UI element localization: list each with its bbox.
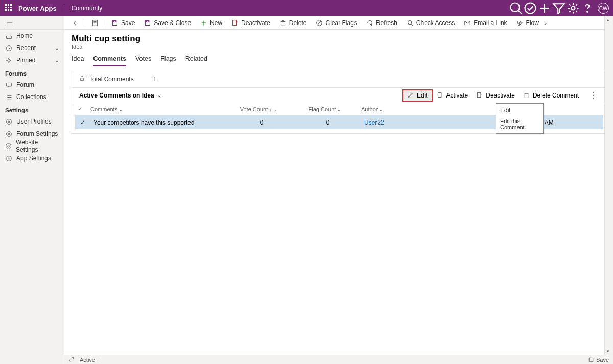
row-checkbox[interactable]: ✓: [75, 119, 90, 126]
nav-website-settings[interactable]: Website Settings: [0, 140, 64, 152]
new-button[interactable]: New: [196, 16, 226, 29]
flow-button[interactable]: Flow⌄: [512, 16, 552, 29]
svg-rect-30: [233, 20, 237, 25]
col-comments[interactable]: Comments⌄: [87, 106, 225, 112]
svg-point-15: [8, 120, 9, 122]
nav-collections[interactable]: Collections: [0, 91, 64, 103]
nav-pinned-label: Pinned: [16, 57, 35, 64]
svg-rect-44: [525, 94, 528, 98]
delete-comment-label: Delete Comment: [533, 92, 579, 99]
cell-comment: Your competitors have this supported: [90, 119, 228, 126]
user-avatar[interactable]: CW: [598, 3, 609, 14]
tab-comments[interactable]: Comments: [93, 55, 126, 66]
tab-flags[interactable]: Flags: [160, 55, 176, 66]
svg-point-0: [511, 3, 520, 12]
home-icon: [5, 33, 12, 39]
delete-comment-button[interactable]: Delete Comment: [519, 90, 583, 101]
more-commands[interactable]: ⋮: [587, 90, 599, 100]
tab-related[interactable]: Related: [185, 55, 207, 66]
email-link-button[interactable]: Email a Link: [460, 16, 511, 29]
footer-save-button[interactable]: Save: [588, 357, 609, 363]
page-header: Multi cup setting Idea: [64, 30, 613, 50]
task-icon[interactable]: [523, 1, 537, 15]
delete-button[interactable]: Delete: [275, 16, 311, 29]
flow-label: Flow: [526, 19, 539, 27]
activate-button[interactable]: Activate: [433, 90, 473, 101]
nav-toggle[interactable]: [0, 16, 64, 30]
svg-rect-11: [6, 83, 11, 86]
filter-icon[interactable]: [552, 1, 566, 15]
deactivate-button[interactable]: Deactivate: [227, 16, 274, 29]
col-vote-count[interactable]: Vote Count↓ ⌄: [225, 106, 292, 112]
tab-idea[interactable]: Idea: [72, 55, 84, 66]
svg-point-37: [408, 20, 411, 24]
nav-collections-label: Collections: [16, 93, 46, 101]
nav-section-forums: Forums: [0, 66, 64, 79]
add-icon[interactable]: [537, 1, 552, 15]
back-button[interactable]: [67, 16, 83, 29]
grid-deactivate-button[interactable]: Deactivate: [472, 90, 519, 101]
tab-votes[interactable]: Votes: [135, 55, 151, 66]
refresh-button[interactable]: Refresh: [362, 16, 402, 29]
save-button[interactable]: Save: [107, 16, 139, 29]
entity-label: Idea: [72, 44, 606, 50]
svg-rect-40: [81, 78, 84, 80]
tabs: Idea Comments Votes Flags Related: [64, 50, 613, 67]
tooltip-title: Edit: [500, 107, 539, 114]
vertical-scrollbar[interactable]: [604, 16, 613, 355]
environment-label[interactable]: Community: [72, 5, 103, 12]
subgrid-title[interactable]: Active Comments on Idea⌄: [79, 92, 161, 99]
col-author[interactable]: Author⌄: [358, 106, 496, 112]
cell-author-link[interactable]: User22: [364, 119, 384, 126]
deactivate-label: Deactivate: [241, 19, 270, 27]
save-close-label: Save & Close: [154, 19, 191, 27]
forum-icon: [5, 82, 12, 88]
svg-point-20: [6, 143, 11, 149]
brand-label: Power Apps: [18, 5, 64, 12]
search-icon[interactable]: [509, 1, 523, 15]
save-close-button[interactable]: Save & Close: [140, 16, 195, 29]
svg-point-19: [8, 145, 9, 147]
cell-flag: 0: [295, 119, 361, 126]
nav-recent[interactable]: Recent⌄: [0, 42, 64, 54]
svg-point-6: [587, 11, 588, 12]
nav-pinned[interactable]: Pinned⌄: [0, 54, 64, 66]
app-launcher-icon[interactable]: [5, 4, 13, 12]
cell-vote: 0: [228, 119, 295, 126]
tooltip-desc: Edit this Comment.: [500, 118, 539, 130]
select-all[interactable]: ✓: [72, 106, 87, 112]
subgrid-title-label: Active Comments on Idea: [79, 92, 154, 99]
settings-icon[interactable]: [566, 1, 580, 15]
nav-forum[interactable]: Forum: [0, 79, 64, 91]
record-state: Active: [80, 357, 95, 363]
svg-line-38: [411, 23, 413, 26]
svg-point-2: [525, 3, 536, 14]
svg-point-16: [6, 119, 11, 124]
expand-icon[interactable]: [68, 356, 76, 363]
total-comments-label: Total Comments: [89, 76, 134, 83]
form-selector[interactable]: [87, 16, 103, 29]
command-bar: Save Save & Close New Deactivate Delete …: [64, 16, 613, 30]
lock-icon: [79, 76, 85, 83]
nav-forum-settings[interactable]: Forum Settings: [0, 128, 64, 140]
total-comments-value: 1: [153, 76, 157, 83]
pin-icon: [5, 57, 12, 64]
nav-app-settings[interactable]: App Settings: [0, 152, 64, 164]
edit-label: Edit: [417, 92, 428, 99]
edit-button[interactable]: Edit: [402, 89, 433, 102]
page-title: Multi cup setting: [72, 34, 606, 44]
help-icon[interactable]: [580, 1, 595, 15]
top-bar: Power Apps Community CW: [0, 0, 613, 16]
gear-icon: [5, 155, 12, 162]
nav-home[interactable]: Home: [0, 30, 64, 42]
clear-flags-button[interactable]: Clear Flags: [312, 16, 361, 29]
check-access-button[interactable]: Check Access: [403, 16, 459, 29]
gear-icon: [5, 143, 12, 150]
nav-home-label: Home: [16, 32, 33, 39]
col-flag-count[interactable]: Flag Count⌄: [292, 106, 358, 112]
svg-point-22: [6, 156, 11, 161]
nav-user-profiles[interactable]: User Profiles: [0, 115, 64, 128]
clear-flags-label: Clear Flags: [325, 19, 357, 27]
email-link-label: Email a Link: [474, 19, 507, 27]
svg-rect-32: [281, 21, 285, 26]
